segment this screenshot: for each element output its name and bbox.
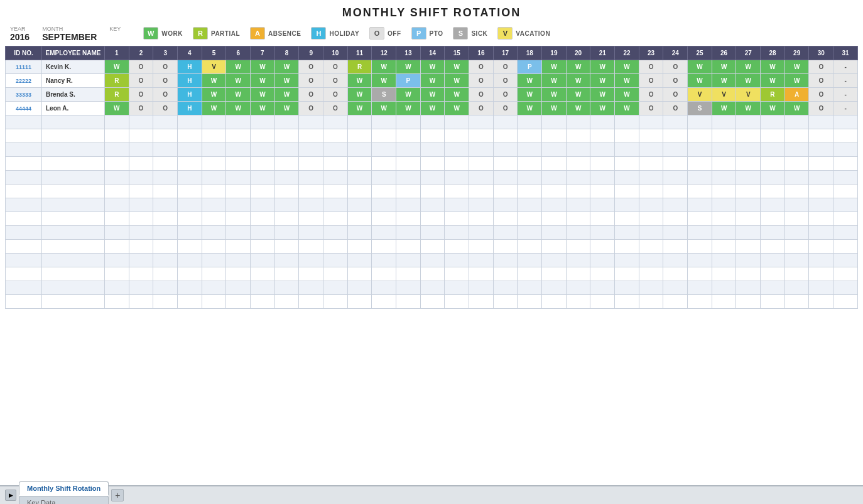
cell-day-14[interactable]: W — [420, 74, 445, 88]
cell-day-21[interactable]: W — [590, 74, 615, 88]
cell-day-2[interactable]: O — [129, 88, 153, 102]
cell-day-1[interactable]: R — [105, 74, 129, 88]
cell-day-26[interactable]: W — [712, 74, 736, 88]
cell-day-17[interactable]: O — [493, 102, 518, 115]
cell-day-6[interactable]: W — [226, 60, 251, 74]
cell-day-9[interactable]: O — [299, 88, 323, 102]
cell-day-12[interactable]: W — [372, 74, 396, 88]
cell-day-24[interactable]: O — [663, 74, 688, 88]
cell-day-31[interactable]: - — [833, 88, 858, 102]
cell-day-14[interactable]: W — [420, 60, 445, 74]
cell-day-14[interactable]: W — [420, 102, 445, 115]
cell-day-16[interactable]: O — [469, 60, 494, 74]
cell-day-31[interactable]: - — [833, 74, 858, 88]
cell-day-15[interactable]: W — [445, 74, 469, 88]
cell-day-19[interactable]: W — [542, 60, 567, 74]
cell-day-27[interactable]: W — [736, 60, 761, 74]
cell-day-28[interactable]: W — [761, 74, 785, 88]
cell-day-25[interactable]: S — [688, 102, 712, 115]
cell-day-30[interactable]: O — [809, 102, 833, 115]
cell-day-16[interactable]: O — [469, 88, 494, 102]
cell-day-18[interactable]: W — [518, 74, 542, 88]
cell-day-2[interactable]: O — [129, 74, 153, 88]
cell-day-4[interactable]: H — [178, 88, 202, 102]
cell-day-7[interactable]: W — [251, 60, 275, 74]
cell-day-4[interactable]: H — [178, 60, 202, 74]
cell-day-21[interactable]: W — [590, 88, 615, 102]
cell-day-15[interactable]: W — [445, 102, 469, 115]
cell-day-11[interactable]: W — [347, 74, 372, 88]
cell-day-4[interactable]: H — [178, 102, 202, 115]
cell-day-10[interactable]: O — [323, 88, 348, 102]
cell-day-6[interactable]: W — [226, 88, 251, 102]
cell-day-11[interactable]: R — [347, 60, 372, 74]
cell-day-26[interactable]: W — [712, 60, 736, 74]
cell-day-20[interactable]: W — [566, 60, 590, 74]
cell-day-23[interactable]: O — [639, 88, 663, 102]
cell-day-29[interactable]: W — [784, 102, 809, 115]
cell-day-29[interactable]: W — [784, 74, 809, 88]
cell-day-18[interactable]: W — [518, 102, 542, 115]
cell-day-8[interactable]: W — [274, 74, 299, 88]
cell-day-15[interactable]: W — [445, 60, 469, 74]
cell-day-3[interactable]: O — [153, 88, 178, 102]
cell-day-31[interactable]: - — [833, 60, 858, 74]
cell-day-24[interactable]: O — [663, 88, 688, 102]
cell-day-2[interactable]: O — [129, 60, 153, 74]
cell-day-17[interactable]: O — [493, 88, 518, 102]
cell-day-4[interactable]: H — [178, 74, 202, 88]
cell-day-14[interactable]: W — [420, 88, 445, 102]
cell-day-6[interactable]: W — [226, 74, 251, 88]
cell-day-2[interactable]: O — [129, 102, 153, 115]
cell-day-7[interactable]: W — [251, 88, 275, 102]
tab-key-data[interactable]: Key Data — [19, 496, 109, 504]
cell-day-20[interactable]: W — [566, 102, 590, 115]
cell-day-5[interactable]: W — [202, 74, 226, 88]
tab-nav-left[interactable]: ▶ — [5, 490, 16, 501]
cell-day-15[interactable]: W — [445, 88, 469, 102]
cell-day-8[interactable]: W — [274, 102, 299, 115]
cell-day-19[interactable]: W — [542, 74, 567, 88]
cell-day-17[interactable]: O — [493, 74, 518, 88]
cell-day-25[interactable]: V — [688, 88, 712, 102]
cell-day-9[interactable]: O — [299, 74, 323, 88]
cell-day-1[interactable]: W — [105, 60, 129, 74]
cell-day-21[interactable]: W — [590, 102, 615, 115]
cell-day-30[interactable]: O — [809, 74, 833, 88]
cell-day-30[interactable]: O — [809, 88, 833, 102]
cell-day-1[interactable]: W — [105, 102, 129, 115]
cell-day-13[interactable]: P — [396, 74, 421, 88]
cell-day-20[interactable]: W — [566, 74, 590, 88]
sheet-wrapper[interactable]: ID NO.EMPLOYEE NAME123456789101112131415… — [0, 46, 863, 485]
cell-day-13[interactable]: W — [396, 88, 421, 102]
cell-day-20[interactable]: W — [566, 88, 590, 102]
cell-day-28[interactable]: R — [761, 88, 785, 102]
cell-day-5[interactable]: W — [202, 102, 226, 115]
cell-day-8[interactable]: W — [274, 60, 299, 74]
cell-day-8[interactable]: W — [274, 88, 299, 102]
cell-day-16[interactable]: O — [469, 74, 494, 88]
cell-day-22[interactable]: W — [615, 74, 639, 88]
cell-day-22[interactable]: W — [615, 102, 639, 115]
cell-day-22[interactable]: W — [615, 60, 639, 74]
add-tab-button[interactable]: + — [111, 489, 124, 501]
cell-day-18[interactable]: W — [518, 88, 542, 102]
cell-day-23[interactable]: O — [639, 102, 663, 115]
cell-day-27[interactable]: V — [736, 88, 761, 102]
cell-day-22[interactable]: W — [615, 88, 639, 102]
cell-day-23[interactable]: O — [639, 74, 663, 88]
cell-day-9[interactable]: O — [299, 60, 323, 74]
cell-day-26[interactable]: V — [712, 88, 736, 102]
tab-monthly-shift-rotation[interactable]: Monthly Shift Rotation — [19, 481, 109, 496]
cell-day-10[interactable]: O — [323, 102, 348, 115]
cell-day-1[interactable]: R — [105, 88, 129, 102]
cell-day-17[interactable]: O — [493, 60, 518, 74]
cell-day-12[interactable]: W — [372, 60, 396, 74]
cell-day-3[interactable]: O — [153, 60, 178, 74]
cell-day-28[interactable]: W — [761, 102, 785, 115]
cell-day-28[interactable]: W — [761, 60, 785, 74]
cell-day-11[interactable]: W — [347, 102, 372, 115]
cell-day-10[interactable]: O — [323, 74, 348, 88]
cell-day-10[interactable]: O — [323, 60, 348, 74]
cell-day-25[interactable]: W — [688, 60, 712, 74]
